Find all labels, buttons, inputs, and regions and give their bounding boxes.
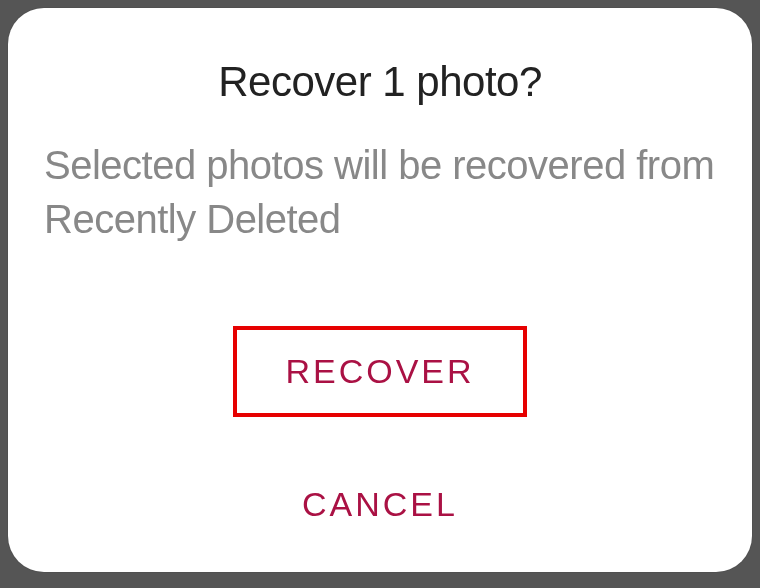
cancel-button[interactable]: CANCEL (282, 477, 478, 532)
dialog-message: Selected photos will be recovered from R… (38, 138, 722, 246)
recover-dialog: Recover 1 photo? Selected photos will be… (8, 8, 752, 572)
button-group: RECOVER CANCEL (38, 326, 722, 532)
recover-button[interactable]: RECOVER (233, 326, 526, 417)
dialog-title: Recover 1 photo? (38, 58, 722, 106)
